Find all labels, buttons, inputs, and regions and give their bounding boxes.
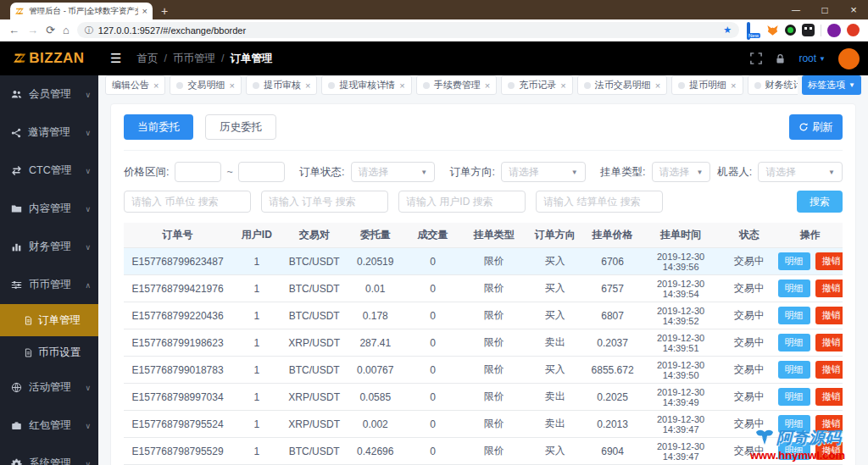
metamask-fox-icon[interactable] [766,25,779,36]
sidebar-item[interactable]: 活动管理∨ [0,368,98,407]
cancel-order-button[interactable]: 撤销 [815,252,843,270]
tab-chip[interactable]: 交易明细× [170,75,241,95]
close-icon[interactable]: × [305,80,310,91]
browser-profile-avatar[interactable] [827,24,841,37]
sidebar-item[interactable]: 内容管理∨ [0,190,98,228]
detail-button[interactable]: 明细 [778,334,810,352]
cancel-order-button[interactable]: 撤销 [815,334,843,352]
sidebar-item[interactable]: 邀请管理∨ [0,113,98,152]
tab-chip[interactable]: 法币交易明细× [577,75,667,95]
sidebar-item[interactable]: 财务管理∨ [0,228,98,266]
breadcrumb-section[interactable]: 币币管理 [173,52,215,66]
extension-circle-icon[interactable] [785,25,796,36]
refresh-button[interactable]: 刷新 [789,114,843,140]
detail-button[interactable]: 明细 [778,388,810,406]
history-orders-button[interactable]: 历史委托 [205,114,276,140]
table-row[interactable]: E1577687996234871BTC/USDT0.205190限价买入670… [124,248,843,275]
table-row[interactable]: E1577687991986231XRP/USDT287.410限价卖出0.20… [124,329,843,357]
base-unit-search-input[interactable] [536,191,663,213]
extension-new-icon[interactable]: New [747,24,760,36]
sidebar-subitem[interactable]: 订单管理 [0,304,98,336]
table-row[interactable]: E1577687989970341XRP/USDT0.05850限价卖出0.20… [124,384,843,411]
close-icon[interactable]: × [731,80,736,91]
order-type-select[interactable]: 请选择▼ [652,162,711,182]
close-icon[interactable]: × [485,80,490,91]
tab-chip[interactable]: 手续费管理× [416,75,497,95]
detail-button[interactable]: 明细 [778,280,810,297]
address-bar[interactable]: ⓘ 127.0.0.1:9527/#/exchange/bborder ★ [77,22,739,38]
cancel-order-button[interactable]: 撤销 [815,415,843,433]
url-text[interactable]: 127.0.0.1:9527/#/exchange/bborder [98,25,718,36]
close-button[interactable]: × [839,0,868,19]
sidebar-subitem[interactable]: 币币设置 [0,336,98,368]
reload-icon[interactable]: ⟳ [46,25,55,36]
tab-close-icon[interactable]: × [142,6,147,16]
detail-button[interactable]: 明细 [778,307,810,324]
table-row[interactable]: E1577687992204361BTC/USDT0.1780限价买入68072… [124,302,843,329]
sidebar-item[interactable]: 红包管理∨ [0,407,98,445]
cancel-order-button[interactable]: 撤销 [815,388,843,406]
detail-button[interactable]: 明细 [778,252,810,270]
robot-select[interactable]: 请选择▼ [758,162,843,182]
breadcrumb-home[interactable]: 首页 [136,52,158,66]
price-min-input[interactable] [175,162,221,182]
table-row[interactable]: E1577687987955241XRP/USDT0.0020限价卖出0.201… [124,411,843,438]
sidebar-item[interactable]: 会员管理∨ [0,75,98,113]
logo[interactable]: BIZZAN [0,50,98,67]
sidebar-item[interactable]: 币币管理∧ [0,266,98,304]
tab-chip[interactable]: 提币审核× [246,75,317,95]
cancel-order-button[interactable]: 撤销 [815,442,843,460]
new-tab-button[interactable]: + [161,4,168,18]
maximize-button[interactable]: □ [810,0,839,19]
close-icon[interactable]: × [399,80,404,91]
tab-chip[interactable]: 提现审核详情× [321,75,411,95]
back-icon[interactable]: ← [8,25,19,36]
tag-options-button[interactable]: 标签选项 ▼ [802,75,861,95]
extension-wallet-icon[interactable] [802,24,815,36]
price-max-input[interactable] [238,162,285,182]
cancel-order-button[interactable]: 撤销 [815,280,843,297]
detail-button[interactable]: 明细 [778,442,810,460]
sidebar-item[interactable]: 系统管理∨ [0,445,98,465]
cancel-order-button[interactable]: 撤销 [815,307,843,324]
current-orders-button[interactable]: 当前委托 [124,114,193,140]
forward-icon[interactable]: → [27,25,38,36]
minimize-button[interactable]: — [782,0,810,19]
coin-search-input[interactable] [124,191,251,213]
close-icon[interactable]: × [655,80,660,91]
lock-icon[interactable] [775,53,786,64]
divider [821,25,821,36]
sidebar-item[interactable]: CTC管理∨ [0,152,98,190]
close-icon[interactable]: × [153,80,159,91]
order-no-search-input[interactable] [261,191,388,213]
tab-chip[interactable]: 编辑公告× [105,75,165,95]
tab-chip[interactable]: 提币明细× [671,75,743,95]
close-icon[interactable]: × [229,80,234,91]
order-status-select[interactable]: 请选择▼ [351,162,436,182]
table-row[interactable]: E1577687994219761BTC/USDT0.010限价买入675720… [124,275,843,302]
table-row[interactable]: E1577687990187831BTC/USDT0.007670限价买入685… [124,357,843,384]
search-button[interactable]: 搜索 [797,191,843,213]
user-menu[interactable]: root ▼ [798,53,826,64]
home-icon[interactable]: ⌂ [63,25,70,36]
close-icon[interactable]: × [560,80,565,91]
cancel-order-button[interactable]: 撤销 [815,361,843,379]
browser-menu-icon[interactable] [847,24,860,36]
fullscreen-icon[interactable] [750,53,762,64]
detail-button[interactable]: 明细 [778,415,810,433]
chevron-up-icon: ∧ [85,281,91,290]
tab-chip[interactable]: 财务统计× [748,75,798,95]
row-actions: 明细撤销 [778,361,843,379]
sidebar-item-label: 邀请管理 [28,125,78,140]
browser-tab[interactable]: 管理后台 - 币严|全球数字资产交 × [10,3,153,19]
hamburger-menu-icon[interactable]: ☰ [110,51,121,66]
avatar[interactable] [838,48,860,69]
page-info-icon[interactable]: ⓘ [85,25,93,36]
cell: 6904 [584,446,642,457]
bookmark-star-icon[interactable]: ★ [723,25,732,36]
tab-chip[interactable]: 充币记录× [501,75,572,95]
detail-button[interactable]: 明细 [778,361,810,379]
user-id-search-input[interactable] [398,191,526,213]
table-row[interactable]: E1577687987955291BTC/USDT0.426960限价买入690… [124,438,843,465]
order-direction-select[interactable]: 请选择▼ [501,162,586,182]
